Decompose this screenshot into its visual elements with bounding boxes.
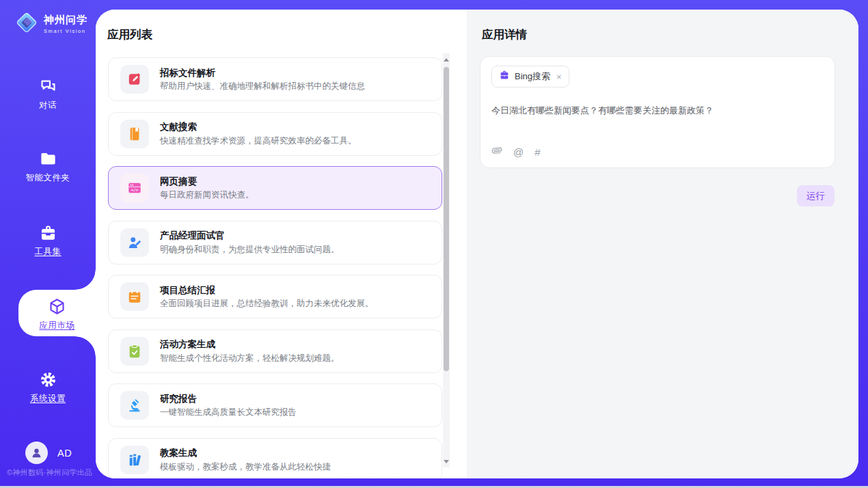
scroll-down-icon[interactable] — [443, 457, 450, 465]
app-desc: 全面回顾项目进展，总结经验教训，助力未来优化发展。 — [160, 299, 374, 308]
app-desc: 一键智能生成高质量长文本研究报告 — [160, 408, 297, 417]
sidebar-item-chat[interactable]: 对话 — [0, 77, 96, 111]
sidebar-item-settings[interactable]: 系统设置 — [0, 370, 96, 405]
cube-icon — [18, 297, 96, 316]
sidebar-item-label: 应用市场 — [18, 320, 96, 331]
toolbox-icon — [0, 223, 96, 242]
at-icon[interactable]: @ — [513, 146, 524, 158]
app-list-title: 应用列表 — [107, 27, 152, 42]
gear-icon — [0, 370, 96, 389]
user-profile[interactable]: AD — [25, 442, 72, 464]
app-card-texts: 网页摘要 每日政府新闻资讯快查。 — [160, 177, 254, 200]
books-icon — [120, 446, 149, 474]
app-card-texts: 项目总结汇报 全面回顾项目进展，总结经验教训，助力未来优化发展。 — [160, 286, 374, 308]
sidebar-item-smart-folder[interactable]: 智能文件夹 — [0, 150, 96, 184]
chip-close-icon[interactable]: × — [556, 72, 562, 82]
app-card-texts: 教案生成 模板驱动，教案秒成，教学准备从此轻松快捷 — [160, 448, 331, 471]
app-desc: 快速精准查找学术资源，提高研究效率的必备工具。 — [160, 137, 357, 146]
sidebar-item-toolbox[interactable]: 工具集 — [0, 223, 96, 258]
prompt-card[interactable]: Bing搜索 × 今日湖北有哪些新闻要点？有哪些需要关注的最新政策？ @ # — [480, 56, 835, 168]
app-title: 文献搜索 — [160, 122, 357, 132]
app-desc: 帮助用户快速、准确地理解和解析招标书中的关键信息 — [160, 82, 365, 91]
app-desc: 智能生成个性化活动方案，轻松解决规划难题。 — [160, 354, 340, 363]
prompt-toolbar: @ # — [491, 145, 541, 159]
browser-code-icon: </> — [120, 174, 149, 202]
briefcase-icon — [499, 70, 510, 83]
app-title: 产品经理面试官 — [160, 231, 340, 241]
app-card-event-plan[interactable]: 活动方案生成 智能生成个性化活动方案，轻松解决规划难题。 — [108, 329, 442, 373]
user-name: AD — [57, 448, 72, 459]
diamond-logo-icon — [13, 9, 40, 39]
app-card-list: 招标文件解析 帮助用户快速、准确地理解和解析招标书中的关键信息 文献搜索 — [108, 57, 442, 478]
brand-logo: 神州问学 Smart Vision — [13, 9, 87, 39]
copyright-text: ©神州数码·神州问学出品 — [7, 467, 92, 478]
sidebar: 神州问学 Smart Vision 对话 智能文件夹 — [0, 0, 96, 488]
avatar — [25, 442, 48, 464]
paperclip-icon[interactable] — [491, 145, 502, 159]
interviewer-icon — [120, 228, 149, 257]
app-desc: 明确身份和职责，为您提供专业性的面试问题。 — [160, 245, 340, 254]
chat-icon — [0, 77, 96, 96]
app-card-bid-analysis[interactable]: 招标文件解析 帮助用户快速、准确地理解和解析招标书中的关键信息 — [108, 57, 442, 101]
sidebar-item-label: 智能文件夹 — [0, 172, 96, 184]
sidebar-item-label: 系统设置 — [0, 393, 96, 405]
sidebar-item-app-market[interactable]: 应用市场 — [18, 297, 96, 331]
hash-icon[interactable]: # — [534, 146, 540, 158]
app-title: 活动方案生成 — [160, 340, 340, 349]
calendar-icon — [120, 282, 149, 311]
app-title: 研究报告 — [160, 394, 297, 404]
app-title: 招标文件解析 — [160, 68, 365, 78]
clipboard-check-icon — [120, 337, 149, 366]
book-icon — [120, 120, 149, 148]
app-card-research-report[interactable]: 研究报告 一键智能生成高质量长文本研究报告 — [108, 383, 442, 427]
app-detail-panel: 应用详情 Bing搜索 × 今日湖北有哪些新闻要点？有哪些需要关注的最新政策？ — [467, 10, 858, 478]
tool-chip-bing-search[interactable]: Bing搜索 × — [491, 66, 569, 87]
app-desc: 模板驱动，教案秒成，教学准备从此轻松快捷 — [160, 463, 331, 472]
prompt-input[interactable]: 今日湖北有哪些新闻要点？有哪些需要关注的最新政策？ — [491, 105, 821, 117]
sidebar-item-label: 对话 — [0, 100, 96, 111]
app-card-web-summary[interactable]: </> 网页摘要 每日政府新闻资讯快查。 — [108, 166, 442, 210]
sidebar-item-label: 工具集 — [0, 246, 96, 258]
app-card-texts: 产品经理面试官 明确身份和职责，为您提供专业性的面试问题。 — [160, 231, 340, 254]
list-scrollbar[interactable] — [443, 53, 450, 467]
blob-fillet-top — [75, 269, 96, 290]
app-card-literature-search[interactable]: 文献搜索 快速精准查找学术资源，提高研究效率的必备工具。 — [108, 112, 442, 156]
app-card-texts: 招标文件解析 帮助用户快速、准确地理解和解析招标书中的关键信息 — [160, 68, 365, 91]
app-detail-title: 应用详情 — [482, 27, 527, 42]
tool-chip-label: Bing搜索 — [515, 70, 550, 83]
blob-fillet-bottom — [75, 336, 96, 357]
microscope-icon — [120, 391, 149, 420]
app-title: 项目总结汇报 — [160, 286, 374, 295]
app-window: 神州问学 Smart Vision 对话 智能文件夹 — [0, 0, 868, 488]
svg-text:</>: </> — [131, 188, 139, 192]
brand-name: 神州问学 — [44, 14, 87, 27]
app-desc: 每日政府新闻资讯快查。 — [160, 191, 254, 200]
brand-text: 神州问学 Smart Vision — [44, 14, 87, 34]
app-card-texts: 研究报告 一键智能生成高质量长文本研究报告 — [160, 394, 297, 417]
app-card-lesson-plan[interactable]: 教案生成 模板驱动，教案秒成，教学准备从此轻松快捷 — [108, 438, 442, 479]
app-list-panel: 应用列表 招标文件解析 帮助用户快速、准确地理解和解析招标书中的关键信息 — [96, 10, 467, 478]
app-card-project-summary[interactable]: 项目总结汇报 全面回顾项目进展，总结经验教训，助力未来优化发展。 — [108, 275, 442, 318]
app-title: 教案生成 — [160, 448, 331, 458]
run-button[interactable]: 运行 — [797, 185, 835, 206]
main-content: 应用列表 招标文件解析 帮助用户快速、准确地理解和解析招标书中的关键信息 — [96, 10, 858, 478]
scroll-up-icon[interactable] — [443, 55, 450, 64]
brand-subtitle: Smart Vision — [44, 28, 87, 34]
app-card-pm-interviewer[interactable]: 产品经理面试官 明确身份和职责，为您提供专业性的面试问题。 — [108, 221, 442, 265]
edit-square-icon — [120, 65, 149, 94]
sidebar-active-highlight: 应用市场 — [18, 290, 96, 336]
scrollbar-thumb[interactable] — [444, 67, 449, 371]
app-title: 网页摘要 — [160, 177, 254, 187]
folder-icon — [0, 150, 96, 168]
app-card-texts: 文献搜索 快速精准查找学术资源，提高研究效率的必备工具。 — [160, 122, 357, 145]
app-card-texts: 活动方案生成 智能生成个性化活动方案，轻松解决规划难题。 — [160, 340, 340, 362]
